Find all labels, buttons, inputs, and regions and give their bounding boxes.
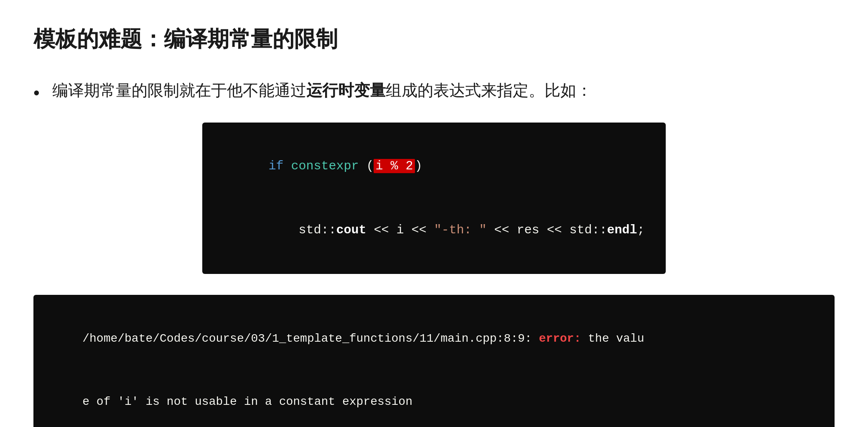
bullet-dot-1: • bbox=[33, 79, 40, 106]
code-error-cont: e of 'i' is not usable in a constant exp… bbox=[82, 395, 412, 408]
code-cout: cout bbox=[336, 223, 366, 237]
code-line-2: std::cout << i << "-th: " << res << std:… bbox=[223, 198, 644, 262]
code-if-keyword: if bbox=[268, 159, 291, 173]
bullet-list: • 编译期常量的限制就在于他不能通过运行时变量组成的表达式来指定。比如： bbox=[33, 79, 835, 106]
code-error-msg: the valu bbox=[581, 332, 644, 345]
code-error-label: error: bbox=[539, 332, 581, 345]
code-stream2: << res << std:: bbox=[487, 223, 607, 237]
bullet1-suffix: 组成的表达式来指定。比如： bbox=[386, 82, 592, 99]
code-large-line-2: e of 'i' is not usable in a constant exp… bbox=[54, 371, 814, 427]
bullet-text-1: 编译期常量的限制就在于他不能通过运行时变量组成的表达式来指定。比如： bbox=[52, 79, 835, 102]
code-block-small: if constexpr (i % 2) std::cout << i << "… bbox=[202, 123, 665, 274]
bullet1-bold: 运行时变量 bbox=[306, 82, 386, 99]
bullet-item-1: • 编译期常量的限制就在于他不能通过运行时变量组成的表达式来指定。比如： bbox=[33, 79, 835, 106]
code-small-container: if constexpr (i % 2) std::cout << i << "… bbox=[33, 123, 835, 274]
code-line-1: if constexpr (i % 2) bbox=[223, 134, 644, 198]
bullet1-prefix: 编译期常量的限制就在于他不能通过 bbox=[52, 82, 306, 99]
code-stream1: << i << bbox=[366, 223, 434, 237]
code-block-large: /home/bate/Codes/course/03/1_template_fu… bbox=[33, 295, 835, 427]
code-semicolon: ; bbox=[637, 223, 645, 237]
page-title: 模板的难题：编译期常量的限制 bbox=[33, 25, 835, 54]
code-indent: std:: bbox=[268, 223, 336, 237]
code-large-line-1: /home/bate/Codes/course/03/1_template_fu… bbox=[54, 307, 814, 371]
code-paren-open: ( bbox=[359, 159, 374, 173]
code-paren-close: ) bbox=[415, 159, 423, 173]
code-highlight-expr: i % 2 bbox=[374, 159, 415, 173]
code-constexpr: constexpr bbox=[291, 159, 359, 173]
code-path: /home/bate/Codes/course/03/1_template_fu… bbox=[82, 332, 539, 345]
code-endl: endl bbox=[607, 223, 637, 237]
code-string: "-th: " bbox=[434, 223, 487, 237]
